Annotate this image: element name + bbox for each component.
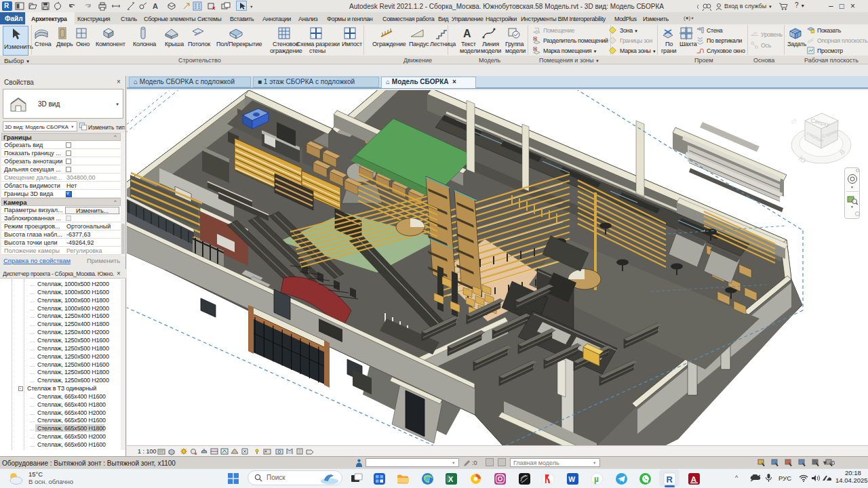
svg-text:R: R <box>667 474 673 485</box>
svg-text:A: A <box>153 2 158 10</box>
svg-text:A: A <box>691 475 696 483</box>
svg-text:X: X <box>448 475 454 483</box>
svg-text:СЗ: СЗ <box>791 118 797 125</box>
svg-text:µ: µ <box>594 474 599 484</box>
svg-text:W: W <box>568 475 575 483</box>
svg-text:x: x <box>195 451 197 455</box>
svg-text:x: x <box>212 5 216 11</box>
svg-text:A: A <box>463 28 471 39</box>
